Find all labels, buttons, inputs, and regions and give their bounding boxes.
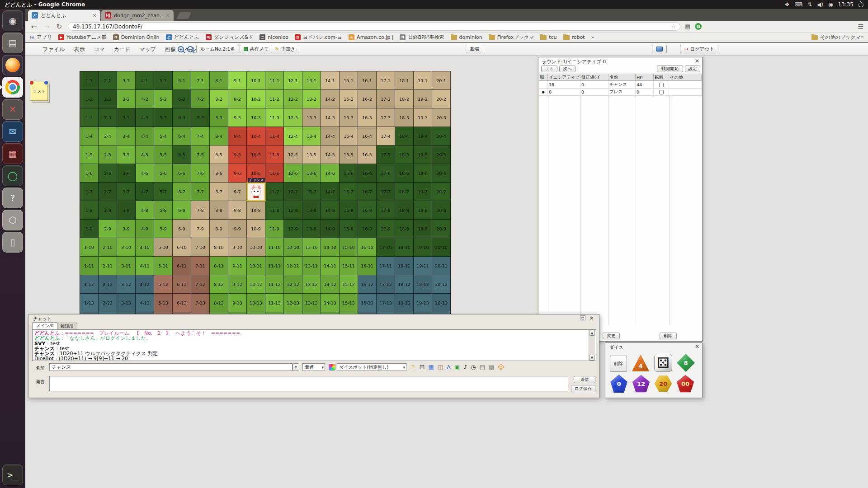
map-cell-4-4[interactable]: 4-4 [136, 127, 154, 145]
map-cell-14-1[interactable]: 14-1 [321, 71, 340, 90]
map-cell-17-8[interactable]: 17-8 [377, 201, 395, 220]
map-cell-13-13[interactable]: 13-13 [302, 294, 321, 312]
map-cell-8-6[interactable]: 8-6 [210, 164, 228, 183]
bookmark-11[interactable]: tcu [540, 34, 557, 40]
map-cell-11-11[interactable]: 11-11 [265, 257, 284, 275]
book-icon[interactable]: ◫ [438, 364, 443, 370]
map-cell-2-13[interactable]: 2-13 [99, 294, 117, 312]
map-cell-13-3[interactable]: 13-3 [302, 108, 321, 127]
character-token[interactable] [247, 183, 265, 201]
map-cell-11-5[interactable]: 11-5 [265, 145, 284, 164]
url-bar[interactable]: ☆ [68, 22, 680, 31]
initiative-row-0[interactable]: 180チャンス44 [539, 81, 702, 89]
map-cell-12-8[interactable]: 12-8 [284, 201, 302, 220]
map-cell-9-4[interactable]: 9-4 [228, 127, 247, 145]
map-cell-5-10[interactable]: 5-10 [154, 238, 173, 257]
tab-close-icon[interactable]: × [92, 12, 97, 19]
map-cell-3-12[interactable]: 3-12 [117, 275, 136, 294]
map-cell-12-11[interactable]: 12-11 [284, 257, 302, 275]
delete-button[interactable]: 削除 [660, 333, 677, 339]
map-cell-11-2[interactable]: 11-2 [265, 90, 284, 108]
map-cell-4-2[interactable]: 4-2 [136, 90, 154, 108]
logout-button[interactable]: → ログアウト [680, 45, 718, 53]
room-info-button[interactable]: ルームNo.2:1名 [196, 45, 239, 53]
map-cell-2-7[interactable]: 2-7 [99, 183, 117, 201]
map-cell-18-6[interactable]: 18-6 [395, 164, 414, 183]
save-log-button[interactable]: ログ保存 [571, 385, 595, 392]
files-launcher[interactable]: ▤ [2, 33, 23, 53]
map-cell-15-2[interactable]: 15-2 [340, 90, 358, 108]
map-cell-2-3[interactable]: 2-3 [99, 108, 117, 127]
map-cell-7-3[interactable]: 7-3 [191, 108, 210, 127]
map-cell-3-6[interactable]: 3-6 [117, 164, 136, 183]
map-cell-12-3[interactable]: 12-3 [284, 108, 302, 127]
map-cell-7-11[interactable]: 7-11 [191, 257, 210, 275]
map-cell-19-10[interactable]: 19-10 [414, 238, 432, 257]
extension-icon-green[interactable]: G [695, 23, 702, 30]
menu-1[interactable]: 表示 [69, 44, 89, 55]
image-icon[interactable]: ▣ [454, 364, 460, 370]
map-cell-20-9[interactable]: 20-9 [432, 220, 451, 238]
map-cell-15-3[interactable]: 15-3 [340, 108, 358, 127]
map-cell-17-4[interactable]: 17-4 [377, 127, 395, 145]
reload-button[interactable]: ↻ [55, 23, 63, 31]
map-cell-16-1[interactable]: 16-1 [358, 71, 377, 90]
map-cell-16-9[interactable]: 16-9 [358, 220, 377, 238]
map-cell-13-7[interactable]: 13-7 [302, 183, 321, 201]
menu-4[interactable]: マップ [135, 44, 160, 55]
tab-close-icon[interactable]: × [165, 12, 170, 19]
map-cell-8-2[interactable]: 8-2 [210, 90, 228, 108]
map-cell-13-6[interactable]: 13-6 [302, 164, 321, 183]
fall-checkbox[interactable] [659, 83, 664, 87]
map-cell-1-4[interactable]: 1-4 [80, 127, 99, 145]
map-cell-13-4[interactable]: 13-4 [302, 127, 321, 145]
map-cell-20-7[interactable]: 20-7 [432, 183, 451, 201]
map-cell-8-11[interactable]: 8-11 [210, 257, 228, 275]
power-icon[interactable] [859, 2, 863, 7]
map-cell-11-8[interactable]: 11-8 [265, 201, 284, 220]
map-cell-11-10[interactable]: 11-10 [265, 238, 284, 257]
bookmark-13[interactable]: » [591, 34, 594, 40]
map-cell-19-2[interactable]: 19-2 [414, 90, 432, 108]
map-cell-17-7[interactable]: 17-7 [377, 183, 395, 201]
map-cell-18-11[interactable]: 18-11 [395, 257, 414, 275]
map-cell-16-13[interactable]: 16-13 [358, 294, 377, 312]
map-cell-16-10[interactable]: 16-10 [358, 238, 377, 257]
map-cell-15-8[interactable]: 15-8 [340, 201, 358, 220]
forward-button[interactable]: → [42, 23, 51, 31]
map-cell-17-10[interactable]: 17-10 [377, 238, 395, 257]
map-cell-4-8[interactable]: 4-8 [136, 201, 154, 220]
map-cell-5-4[interactable]: 5-4 [154, 127, 173, 145]
volume-icon[interactable]: ◀) [817, 1, 823, 8]
screenshot-button[interactable] [652, 45, 667, 53]
map-cell-17-12[interactable]: 17-12 [377, 275, 395, 294]
map-cell-14-4[interactable]: 14-4 [321, 127, 340, 145]
map-cell-3-1[interactable]: 3-1 [117, 71, 136, 90]
map-cell-9-6[interactable]: 9-6 [228, 164, 247, 183]
clock[interactable]: 13:35 [838, 1, 854, 8]
bookmark-5[interactable]: ニniconico [259, 34, 288, 40]
turn-next-button[interactable]: 次へ [559, 66, 576, 72]
map-cell-7-1[interactable]: 7-1 [191, 71, 210, 90]
bookmark-12[interactable]: robot [563, 34, 585, 40]
map-cell-2-4[interactable]: 2-4 [99, 127, 117, 145]
calc-icon[interactable]: ▩ [489, 364, 494, 370]
map-cell-10-10[interactable]: 10-10 [247, 238, 265, 257]
map-cell-16-12[interactable]: 16-12 [358, 275, 377, 294]
map-cell-8-7[interactable]: 8-7 [210, 183, 228, 201]
map-cell-20-12[interactable]: 20-12 [432, 275, 451, 294]
bookmark-9[interactable]: dominion [451, 34, 482, 40]
d12-die[interactable]: 12 [632, 375, 650, 393]
map-cell-6-8[interactable]: 6-8 [173, 201, 191, 220]
map-cell-12-7[interactable]: 12-7 [284, 183, 302, 201]
bookmark-6[interactable]: ヨヨドバシ.com-ヨ [295, 34, 342, 41]
map-cell-7-4[interactable]: 7-4 [191, 127, 210, 145]
map-cell-6-11[interactable]: 6-11 [173, 257, 191, 275]
url-input[interactable] [72, 23, 668, 30]
dash-home-button[interactable]: ◉ [2, 10, 23, 31]
bookmark-10[interactable]: Firefoxブックマ [489, 34, 534, 41]
map-cell-9-11[interactable]: 9-11 [228, 257, 247, 275]
map-cell-1-2[interactable]: 1-2 [80, 90, 99, 108]
map-cell-16-11[interactable]: 16-11 [358, 257, 377, 275]
map-cell-9-8[interactable]: 9-8 [228, 201, 247, 220]
